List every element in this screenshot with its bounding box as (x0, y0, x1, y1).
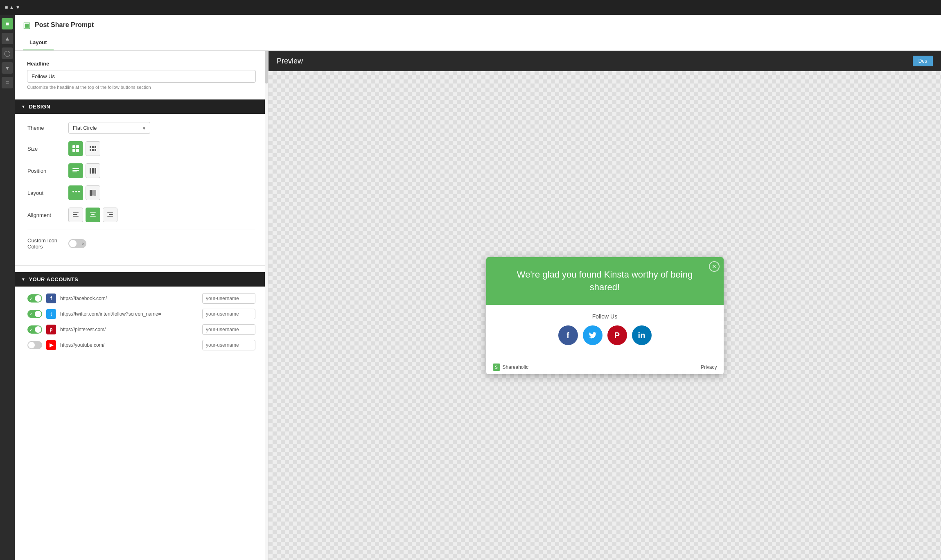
page-header: ▣ Post Share Prompt (15, 15, 941, 35)
twitter-toggle-knob (35, 311, 41, 317)
layout-list-button[interactable] (86, 185, 100, 200)
theme-controls: Flat Circle Flat Square 3D Circle (68, 122, 150, 134)
youtube-toggle[interactable] (27, 341, 42, 349)
tab-layout[interactable]: Layout (23, 35, 54, 50)
facebook-toggle[interactable]: ✓ (27, 294, 42, 303)
sidebar-icon-4[interactable]: ▼ (2, 62, 13, 74)
theme-label: Theme (27, 125, 68, 131)
modal-close-button[interactable]: ✕ (709, 261, 720, 272)
layout-label: Layout (27, 190, 68, 196)
position-vertical-button[interactable] (86, 163, 100, 178)
alignment-controls (68, 208, 117, 222)
brand-icon: S (493, 364, 500, 371)
layout-controls (68, 185, 100, 200)
shareaholic-brand: S Shareaholic (493, 364, 528, 371)
custom-icon-colors-toggle[interactable]: ✕ (68, 239, 86, 248)
facebook-social-button[interactable]: f (558, 325, 578, 345)
pinterest-social-button[interactable]: P (607, 325, 627, 345)
account-row-youtube: ▶ https://youtube.com/ (27, 340, 255, 350)
tab-bar: Layout (15, 35, 941, 51)
layout-row: Layout (27, 185, 255, 200)
headline-label: Headline (27, 61, 256, 67)
size-small-button[interactable] (86, 141, 100, 156)
toggle-x-icon: ✕ (81, 242, 85, 246)
align-right-button[interactable] (103, 208, 117, 222)
privacy-link[interactable]: Privacy (701, 364, 717, 370)
modal-card: We're glad you found Kinsta worthy of be… (486, 257, 724, 375)
preview-area: We're glad you found Kinsta worthy of be… (269, 71, 941, 560)
pinterest-username-input[interactable] (202, 324, 255, 335)
align-left-button[interactable] (68, 208, 83, 222)
twitter-social-button[interactable] (583, 325, 603, 345)
size-label: Size (27, 146, 68, 152)
follow-us-text: Follow Us (494, 313, 715, 320)
headline-hint: Customize the headline at the top of the… (27, 85, 256, 90)
preview-tab[interactable]: Des (913, 56, 933, 66)
alignment-label: Alignment (27, 212, 68, 218)
youtube-url: https://youtube.com/ (60, 342, 198, 348)
twitter-username-input[interactable] (202, 309, 255, 319)
sidebar-icon-main[interactable]: ■ (2, 18, 13, 29)
sidebar-icon-3[interactable]: ◯ (2, 47, 13, 59)
facebook-toggle-knob (35, 295, 41, 302)
accounts-chevron: ▼ (21, 277, 25, 282)
top-bar-content: ■ ▲ ▼ (5, 5, 26, 10)
preview-header: Preview Des (269, 51, 941, 71)
youtube-toggle-knob (28, 342, 35, 348)
position-label: Position (27, 168, 68, 174)
pinterest-toggle[interactable]: ✓ (27, 325, 42, 334)
design-label: DESIGN (29, 104, 50, 110)
size-controls (68, 141, 100, 156)
pinterest-url: https://pinterest.com/ (60, 327, 198, 332)
theme-select-wrapper: Flat Circle Flat Square 3D Circle (68, 122, 150, 134)
scrollbar-track[interactable] (265, 51, 268, 560)
panels: Headline Customize the headline at the t… (15, 51, 941, 560)
twitter-toggle-check: ✓ (29, 312, 33, 316)
social-buttons: f P in (494, 325, 715, 345)
theme-row: Theme Flat Circle Flat Square 3D Circle (27, 122, 255, 134)
theme-select[interactable]: Flat Circle Flat Square 3D Circle (68, 122, 150, 134)
design-chevron: ▼ (21, 104, 25, 109)
accounts-section-header[interactable]: ▼ YOUR ACCOUNTS (15, 272, 268, 287)
facebook-url: https://facebook.com/ (60, 296, 198, 301)
accounts-section-content: ✓ f https://facebook.com/ ✓ t (15, 287, 268, 362)
youtube-icon: ▶ (46, 340, 56, 350)
sidebar-icon-5[interactable]: ≡ (2, 77, 13, 88)
modal-body: Follow Us f P in (486, 305, 724, 360)
top-bar: ■ ▲ ▼ (0, 0, 941, 15)
pinterest-icon: p (46, 325, 56, 334)
layout-dots-button[interactable] (68, 185, 83, 200)
youtube-username-input[interactable] (202, 340, 255, 350)
custom-icon-colors-label: Custom Icon Colors (27, 237, 68, 250)
twitter-icon: t (46, 309, 56, 319)
twitter-url: https://twitter.com/intent/follow?screen… (60, 311, 198, 317)
account-row-facebook: ✓ f https://facebook.com/ (27, 293, 255, 304)
sidebar-icon-2[interactable]: ▲ (2, 33, 13, 44)
preview-title: Preview (277, 57, 303, 65)
page-title: Post Share Prompt (35, 21, 94, 29)
design-section-header[interactable]: ▼ DESIGN (15, 99, 268, 114)
size-large-button[interactable] (68, 141, 83, 156)
facebook-username-input[interactable] (202, 293, 255, 304)
custom-icon-colors-controls: ✕ (68, 239, 86, 248)
right-panel: Preview Des We're glad you found Kinsta … (269, 51, 941, 560)
headline-section: Headline Customize the headline at the t… (15, 51, 268, 99)
design-section-content: Theme Flat Circle Flat Square 3D Circle (15, 114, 268, 266)
alignment-row: Alignment (27, 208, 255, 222)
modal-header: We're glad you found Kinsta worthy of be… (486, 257, 724, 305)
account-row-pinterest: ✓ p https://pinterest.com/ (27, 324, 255, 335)
twitter-toggle[interactable]: ✓ (27, 310, 42, 318)
account-row-twitter: ✓ t https://twitter.com/intent/follow?sc… (27, 309, 255, 319)
linkedin-social-button[interactable]: in (632, 325, 652, 345)
modal-footer: S Shareaholic Privacy (486, 360, 724, 374)
position-horizontal-button[interactable] (68, 163, 83, 178)
align-center-button[interactable] (86, 208, 100, 222)
size-row: Size (27, 141, 255, 156)
facebook-icon: f (46, 294, 56, 303)
pinterest-toggle-knob (35, 326, 41, 333)
sidebar: ■ ▲ ◯ ▼ ≡ (0, 15, 15, 560)
left-panel: Headline Customize the headline at the t… (15, 51, 269, 560)
headline-input[interactable] (27, 70, 256, 83)
modal-header-text: We're glad you found Kinsta worthy of be… (503, 269, 707, 294)
scrollbar-thumb[interactable] (265, 51, 268, 84)
